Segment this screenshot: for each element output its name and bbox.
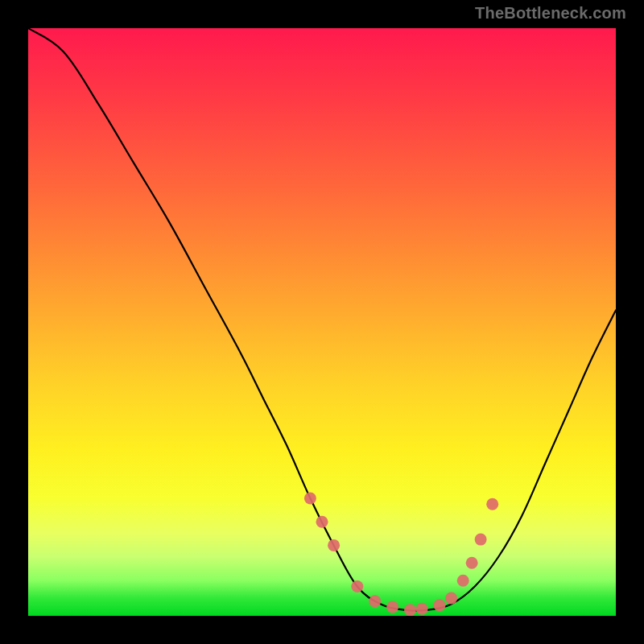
marker-point	[328, 539, 340, 551]
marker-point	[351, 580, 363, 592]
marker-point	[445, 592, 457, 605]
marker-point	[304, 493, 316, 505]
plot-area	[28, 28, 616, 616]
chart-stage: TheBottleneck.com	[0, 0, 644, 644]
marker-point	[457, 575, 469, 587]
marker-point	[486, 498, 498, 510]
marker-point	[475, 534, 487, 546]
marker-point	[386, 601, 398, 613]
marker-point	[369, 595, 381, 607]
chart-svg	[28, 28, 616, 616]
marker-point	[466, 557, 478, 569]
watermark-text: TheBottleneck.com	[475, 5, 626, 21]
marker-point	[404, 604, 416, 616]
marker-point	[434, 599, 446, 611]
marker-point	[416, 603, 428, 615]
marker-point	[316, 516, 328, 528]
